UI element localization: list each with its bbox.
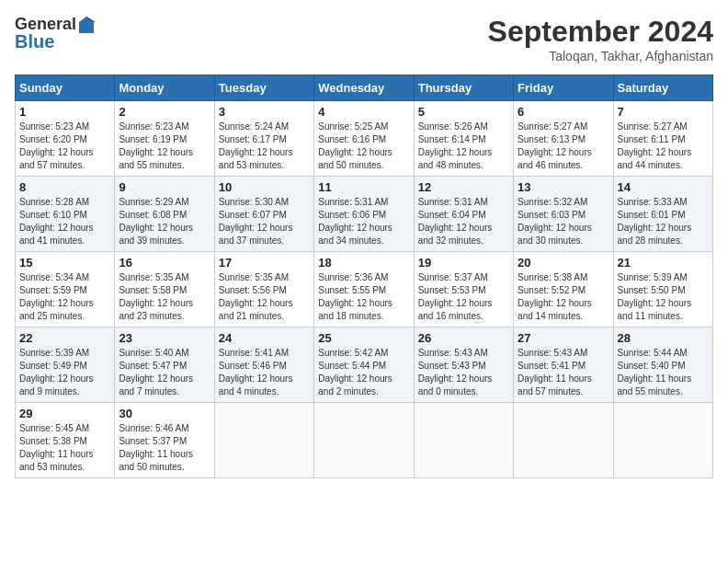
col-header-thursday: Thursday bbox=[414, 75, 513, 101]
day-number: 1 bbox=[19, 105, 110, 119]
calendar-table: SundayMondayTuesdayWednesdayThursdayFrid… bbox=[15, 75, 713, 478]
day-number: 23 bbox=[119, 331, 210, 345]
day-number: 5 bbox=[418, 105, 509, 119]
calendar-cell bbox=[613, 403, 712, 478]
calendar-cell: 12Sunrise: 5:31 AM Sunset: 6:04 PM Dayli… bbox=[414, 177, 513, 252]
day-number: 14 bbox=[618, 180, 709, 194]
day-number: 29 bbox=[19, 407, 110, 420]
calendar-cell: 18Sunrise: 5:36 AM Sunset: 5:55 PM Dayli… bbox=[314, 252, 414, 327]
cell-info: Sunrise: 5:23 AM Sunset: 6:19 PM Dayligh… bbox=[119, 121, 210, 172]
calendar-cell: 27Sunrise: 5:43 AM Sunset: 5:41 PM Dayli… bbox=[514, 327, 613, 403]
day-number: 13 bbox=[518, 180, 609, 194]
cell-info: Sunrise: 5:31 AM Sunset: 6:06 PM Dayligh… bbox=[318, 196, 409, 247]
cell-info: Sunrise: 5:39 AM Sunset: 5:49 PM Dayligh… bbox=[19, 347, 110, 398]
calendar-cell: 5Sunrise: 5:26 AM Sunset: 6:14 PM Daylig… bbox=[414, 101, 513, 177]
cell-info: Sunrise: 5:33 AM Sunset: 6:01 PM Dayligh… bbox=[618, 196, 709, 247]
calendar-cell: 19Sunrise: 5:37 AM Sunset: 5:53 PM Dayli… bbox=[414, 252, 513, 327]
cell-info: Sunrise: 5:46 AM Sunset: 5:37 PM Dayligh… bbox=[119, 422, 210, 474]
calendar-cell: 21Sunrise: 5:39 AM Sunset: 5:50 PM Dayli… bbox=[613, 252, 712, 327]
cell-info: Sunrise: 5:35 AM Sunset: 5:56 PM Dayligh… bbox=[219, 271, 310, 323]
day-number: 18 bbox=[318, 256, 409, 270]
cell-info: Sunrise: 5:38 AM Sunset: 5:52 PM Dayligh… bbox=[518, 271, 609, 323]
day-number: 25 bbox=[318, 331, 409, 345]
day-number: 12 bbox=[418, 180, 509, 194]
cell-info: Sunrise: 5:27 AM Sunset: 6:11 PM Dayligh… bbox=[618, 121, 709, 172]
calendar-cell: 26Sunrise: 5:43 AM Sunset: 5:43 PM Dayli… bbox=[414, 327, 513, 403]
day-number: 16 bbox=[119, 256, 210, 270]
day-number: 11 bbox=[318, 180, 409, 194]
col-header-friday: Friday bbox=[514, 75, 613, 101]
cell-info: Sunrise: 5:37 AM Sunset: 5:53 PM Dayligh… bbox=[418, 271, 509, 323]
cell-info: Sunrise: 5:28 AM Sunset: 6:10 PM Dayligh… bbox=[19, 196, 110, 247]
calendar-cell: 2Sunrise: 5:23 AM Sunset: 6:19 PM Daylig… bbox=[115, 101, 214, 177]
day-number: 9 bbox=[119, 180, 210, 194]
calendar-cell: 1Sunrise: 5:23 AM Sunset: 6:20 PM Daylig… bbox=[16, 101, 115, 177]
calendar-cell bbox=[314, 403, 414, 478]
calendar-cell: 23Sunrise: 5:40 AM Sunset: 5:47 PM Dayli… bbox=[115, 327, 214, 403]
day-number: 22 bbox=[19, 331, 110, 345]
day-number: 3 bbox=[219, 105, 310, 119]
logo-blue: Blue bbox=[15, 31, 54, 52]
cell-info: Sunrise: 5:24 AM Sunset: 6:17 PM Dayligh… bbox=[219, 121, 310, 172]
cell-info: Sunrise: 5:45 AM Sunset: 5:38 PM Dayligh… bbox=[19, 422, 110, 474]
cell-info: Sunrise: 5:34 AM Sunset: 5:59 PM Dayligh… bbox=[19, 271, 110, 323]
day-number: 17 bbox=[219, 256, 310, 270]
col-header-saturday: Saturday bbox=[613, 75, 712, 101]
calendar-cell: 16Sunrise: 5:35 AM Sunset: 5:58 PM Dayli… bbox=[115, 252, 214, 327]
calendar-cell: 6Sunrise: 5:27 AM Sunset: 6:13 PM Daylig… bbox=[514, 101, 613, 177]
col-header-sunday: Sunday bbox=[16, 75, 115, 101]
day-number: 27 bbox=[518, 331, 609, 345]
cell-info: Sunrise: 5:44 AM Sunset: 5:40 PM Dayligh… bbox=[618, 347, 709, 398]
calendar-cell: 11Sunrise: 5:31 AM Sunset: 6:06 PM Dayli… bbox=[314, 177, 414, 252]
cell-info: Sunrise: 5:31 AM Sunset: 6:04 PM Dayligh… bbox=[418, 196, 509, 247]
calendar-cell: 4Sunrise: 5:25 AM Sunset: 6:16 PM Daylig… bbox=[314, 101, 414, 177]
calendar-cell: 17Sunrise: 5:35 AM Sunset: 5:56 PM Dayli… bbox=[214, 252, 313, 327]
cell-info: Sunrise: 5:43 AM Sunset: 5:41 PM Dayligh… bbox=[518, 347, 609, 398]
calendar-cell: 13Sunrise: 5:32 AM Sunset: 6:03 PM Dayli… bbox=[514, 177, 613, 252]
calendar-cell: 15Sunrise: 5:34 AM Sunset: 5:59 PM Dayli… bbox=[16, 252, 115, 327]
cell-info: Sunrise: 5:43 AM Sunset: 5:43 PM Dayligh… bbox=[418, 347, 509, 398]
calendar-cell: 29Sunrise: 5:45 AM Sunset: 5:38 PM Dayli… bbox=[16, 403, 115, 478]
cell-info: Sunrise: 5:27 AM Sunset: 6:13 PM Dayligh… bbox=[518, 121, 609, 172]
title-block: September 2024 Taloqan, Takhar, Afghanis… bbox=[488, 15, 713, 63]
calendar-cell bbox=[514, 403, 613, 478]
cell-info: Sunrise: 5:30 AM Sunset: 6:07 PM Dayligh… bbox=[219, 196, 310, 247]
day-number: 6 bbox=[518, 105, 609, 119]
month-title: September 2024 bbox=[488, 15, 713, 49]
cell-info: Sunrise: 5:29 AM Sunset: 6:08 PM Dayligh… bbox=[119, 196, 210, 247]
calendar-cell: 20Sunrise: 5:38 AM Sunset: 5:52 PM Dayli… bbox=[514, 252, 613, 327]
calendar-cell: 10Sunrise: 5:30 AM Sunset: 6:07 PM Dayli… bbox=[214, 177, 313, 252]
calendar-cell: 14Sunrise: 5:33 AM Sunset: 6:01 PM Dayli… bbox=[613, 177, 712, 252]
cell-info: Sunrise: 5:23 AM Sunset: 6:20 PM Dayligh… bbox=[19, 121, 110, 172]
day-number: 20 bbox=[518, 256, 609, 270]
calendar-cell: 22Sunrise: 5:39 AM Sunset: 5:49 PM Dayli… bbox=[16, 327, 115, 403]
cell-info: Sunrise: 5:42 AM Sunset: 5:44 PM Dayligh… bbox=[318, 347, 409, 398]
cell-info: Sunrise: 5:41 AM Sunset: 5:46 PM Dayligh… bbox=[219, 347, 310, 398]
svg-marker-0 bbox=[79, 17, 94, 33]
day-number: 7 bbox=[618, 105, 709, 119]
cell-info: Sunrise: 5:35 AM Sunset: 5:58 PM Dayligh… bbox=[119, 271, 210, 323]
page-header: General Blue September 2024 Taloqan, Tak… bbox=[15, 15, 713, 63]
cell-info: Sunrise: 5:40 AM Sunset: 5:47 PM Dayligh… bbox=[119, 347, 210, 398]
day-number: 15 bbox=[19, 256, 110, 270]
day-number: 4 bbox=[318, 105, 409, 119]
logo: General Blue bbox=[15, 15, 97, 52]
col-header-monday: Monday bbox=[115, 75, 214, 101]
calendar-cell: 8Sunrise: 5:28 AM Sunset: 6:10 PM Daylig… bbox=[16, 177, 115, 252]
day-number: 10 bbox=[219, 180, 310, 194]
day-number: 28 bbox=[618, 331, 709, 345]
cell-info: Sunrise: 5:26 AM Sunset: 6:14 PM Dayligh… bbox=[418, 121, 509, 172]
calendar-cell bbox=[414, 403, 513, 478]
cell-info: Sunrise: 5:25 AM Sunset: 6:16 PM Dayligh… bbox=[318, 121, 409, 172]
calendar-cell bbox=[214, 403, 313, 478]
calendar-cell: 28Sunrise: 5:44 AM Sunset: 5:40 PM Dayli… bbox=[613, 327, 712, 403]
cell-info: Sunrise: 5:32 AM Sunset: 6:03 PM Dayligh… bbox=[518, 196, 609, 247]
calendar-cell: 24Sunrise: 5:41 AM Sunset: 5:46 PM Dayli… bbox=[214, 327, 313, 403]
location: Taloqan, Takhar, Afghanistan bbox=[488, 49, 713, 63]
col-header-wednesday: Wednesday bbox=[314, 75, 414, 101]
day-number: 2 bbox=[119, 105, 210, 119]
day-number: 24 bbox=[219, 331, 310, 345]
logo-general: General bbox=[15, 15, 76, 33]
day-number: 19 bbox=[418, 256, 509, 270]
day-number: 30 bbox=[119, 407, 210, 420]
